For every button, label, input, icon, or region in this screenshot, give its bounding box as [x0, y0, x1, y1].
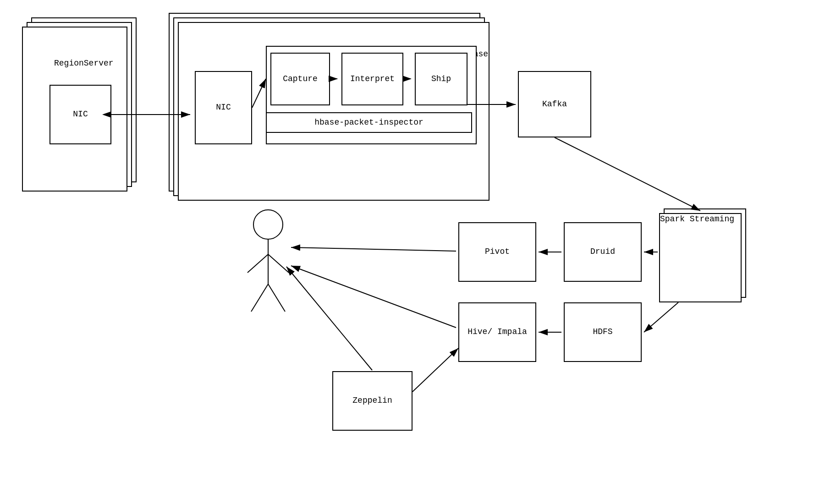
- capture-label: Capture: [283, 74, 318, 84]
- svg-point-17: [253, 210, 283, 239]
- svg-line-19: [248, 254, 268, 273]
- svg-line-20: [268, 254, 289, 273]
- interpret-label: Interpret: [350, 74, 395, 84]
- pivot-label: Pivot: [485, 247, 510, 257]
- svg-line-14: [291, 266, 456, 328]
- svg-line-15: [286, 267, 372, 370]
- zeppelin-label: Zeppelin: [352, 395, 392, 406]
- nic-left-box: NIC: [50, 85, 111, 144]
- svg-line-21: [251, 284, 268, 312]
- hdfs-label: HDFS: [593, 327, 612, 337]
- ship-box: Ship: [415, 53, 468, 105]
- pivot-box: Pivot: [458, 222, 536, 282]
- nic-right-label: NIC: [216, 102, 231, 113]
- capture-box: Capture: [270, 53, 330, 105]
- nic-left-label: NIC: [73, 109, 88, 120]
- druid-box: Druid: [564, 222, 642, 282]
- spark-streaming-box: Spark Streaming: [659, 213, 742, 302]
- region-server-label: RegionServer: [54, 59, 114, 68]
- hive-impala-box: Hive/ Impala: [458, 302, 536, 362]
- hdfs-box: HDFS: [564, 302, 642, 362]
- svg-line-11: [644, 302, 678, 332]
- druid-label: Druid: [590, 247, 615, 257]
- interpret-box: Interpret: [341, 53, 403, 105]
- svg-line-13: [291, 247, 456, 251]
- architecture-diagram: RegionServer NIC Application server (HBa…: [0, 0, 814, 504]
- spark-streaming-label: Spark Streaming: [660, 214, 734, 224]
- hbase-packet-box: hbase-packet-inspector: [266, 112, 472, 133]
- svg-line-16: [412, 348, 458, 392]
- kafka-box: Kafka: [518, 71, 591, 137]
- hive-impala-label: Hive/ Impala: [468, 327, 527, 337]
- nic-right-box: NIC: [195, 71, 252, 144]
- svg-line-22: [268, 284, 285, 312]
- kafka-label: Kafka: [542, 99, 567, 110]
- zeppelin-box: Zeppelin: [332, 371, 412, 431]
- ship-label: Ship: [431, 74, 451, 84]
- svg-line-8: [555, 137, 700, 211]
- hbase-packet-label: hbase-packet-inspector: [314, 117, 424, 128]
